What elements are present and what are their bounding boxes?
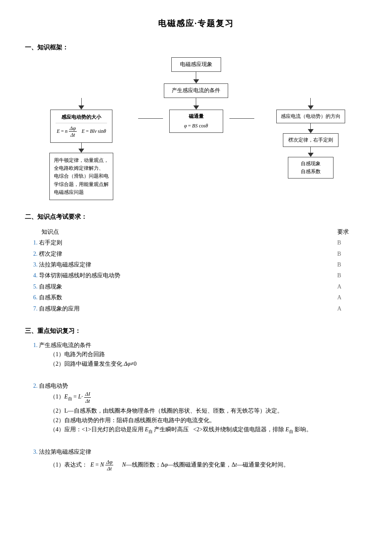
row3-num: 3. — [33, 262, 38, 268]
review-item-2-point1: （1）E自 = L· ΔI Δt — [50, 391, 367, 404]
review-item-1: 1. 产生感应电流的条件 （1）电路为闭合回路 （2）回路中磁通量发生变化 Δφ… — [33, 341, 367, 369]
row3-req: B — [334, 259, 367, 270]
table-row: 3. 法拉第电磁感应定律 B — [25, 259, 367, 270]
section-knowledge-requirements: 二、知识点考试要求： 知识点 要求 1. 右手定则 B 2. 楞次定律 B 3.… — [25, 212, 367, 314]
row4-req: B — [334, 270, 367, 281]
flowchart-top-box: 电磁感应现象 — [171, 57, 221, 72]
review-item-3-point1: （1）表达式： E = N Δφ Δt N—线圈匝数；Δφ—线圈磁通量的变化量，… — [50, 459, 367, 472]
row6-req: A — [334, 292, 367, 303]
table-row: 1. 右手定则 B — [25, 237, 367, 248]
row1-num: 1. — [33, 240, 38, 246]
branch-box-middle: 磁通量 φ = BS cosθ — [169, 110, 223, 133]
table-row: 7. 自感现象的应用 A — [25, 303, 367, 314]
review-item-2-point4: （4）应用：<1>日光灯的启动是应用 E自 产生瞬时高压 <2>双线并绕制成定值… — [50, 425, 367, 435]
review-item-1-title: 1. 产生感应电流的条件 — [33, 341, 367, 350]
review-item-2: 2. 自感电动势 （1）E自 = L· ΔI Δt （2）L—自感系数，由线圈本… — [33, 381, 367, 435]
review-item-1-point2: （2）回路中磁通量发生变化 Δφ≠0 — [50, 359, 367, 369]
row6-num: 6. — [33, 294, 38, 301]
section-key-review: 三、重点知识复习： 1. 产生感应电流的条件 （1）电路为闭合回路 （2）回路中… — [25, 326, 367, 472]
flowchart-second-box: 产生感应电流的条件 — [164, 83, 228, 98]
table-row: 6. 自感系数 A — [25, 292, 367, 303]
knowledge-table: 知识点 要求 1. 右手定则 B 2. 楞次定律 B 3. 法拉第电磁感应定律 … — [25, 227, 367, 314]
section-knowledge-framework: 一、知识框架： 电磁感应现象 产生感应电流的条件 感应电动势的大小 E = n — [25, 42, 367, 200]
row2-num: 2. — [33, 251, 38, 257]
col-knowledge-point: 知识点 — [25, 227, 334, 237]
table-row: 5. 自感现象 A — [25, 281, 367, 292]
branch-box-right: 感应电流（电动势）的方向 — [276, 110, 345, 123]
branch-box-left: 感应电动势的大小 E = n Δφ Δt E = Blv sinθ — [50, 110, 112, 143]
section3-header: 三、重点知识复习： — [25, 326, 367, 336]
row7-num: 7. — [33, 306, 38, 312]
table-row: 4. 导体切割磁感线时的感应电动势 B — [25, 270, 367, 281]
branch-sub-right: 楞次定律，右手定则 — [283, 133, 338, 147]
review-item-1-point1: （1）电路为闭合回路 — [50, 350, 367, 359]
review-item-3: 3. 法拉第电磁感应定律 （1）表达式： E = N Δφ Δt N—线圈匝数；… — [33, 447, 367, 472]
table-row: 2. 楞次定律 B — [25, 249, 367, 259]
branch-sub-right2: 自感现象自感系数 — [288, 157, 334, 178]
review-item-2-point2: （2）L—自感系数，由线圈本身物理条件（线圈的形状、长短、匝数，有无铁芯等）决定… — [50, 406, 367, 416]
row5-num: 5. — [33, 284, 38, 290]
section2-header: 二、知识点考试要求： — [25, 212, 367, 222]
col-requirement: 要求 — [334, 227, 367, 237]
page-title: 电磁感应·专题复习 — [25, 17, 367, 30]
row7-req: A — [334, 303, 367, 314]
review-item-2-point3: （2）自感电动势的作用：阻碍自感线圈所在电路中的电流变化。 — [50, 416, 367, 425]
branch-sub-left: 用牛顿定律，动量观点， 全电路欧姆定律解力、 电综合（滑轨）问题和电 学综合题，… — [49, 153, 113, 200]
row5-req: A — [334, 281, 367, 292]
section1-header: 一、知识框架： — [25, 42, 367, 52]
review-item-3-title: 3. 法拉第电磁感应定律 — [33, 447, 367, 457]
review-item-2-title: 2. 自感电动势 — [33, 381, 367, 391]
flowchart: 电磁感应现象 产生感应电流的条件 感应电动势的大小 E = n Δφ — [25, 57, 367, 200]
row4-num: 4. — [33, 272, 38, 279]
row1-req: B — [334, 237, 367, 248]
row2-req: B — [334, 249, 367, 259]
